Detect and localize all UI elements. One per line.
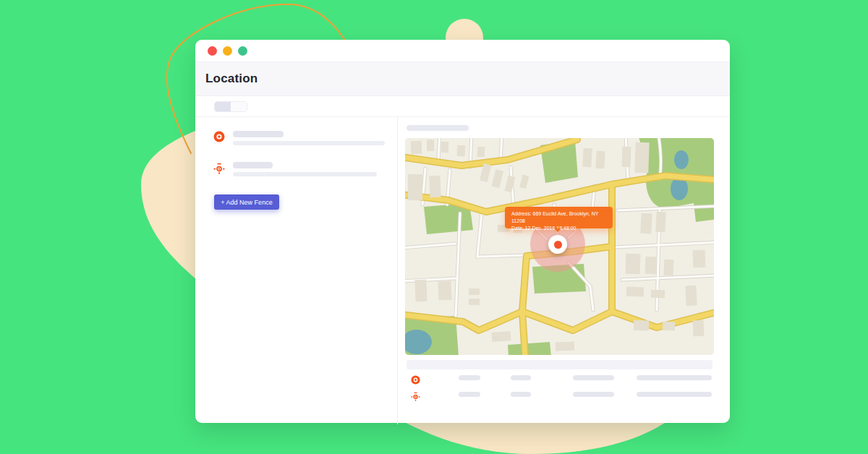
toggle-off-segment (231, 102, 247, 111)
location-marker-icon[interactable] (548, 235, 567, 254)
page-title: Location (205, 72, 258, 86)
view-toggle[interactable] (214, 101, 247, 112)
map-pin-icon (213, 131, 225, 142)
map-panel: Address: 669 Euclid Ave, Brooklyn, NY 11… (398, 117, 730, 424)
geofence-icon (411, 392, 420, 401)
page-background: Location (0, 0, 868, 454)
page-header: Location (195, 61, 730, 96)
placeholder-cell (573, 392, 614, 397)
placeholder-cell (637, 375, 712, 380)
location-tooltip: Address: 669 Euclid Ave, Brooklyn, NY 11… (505, 207, 613, 228)
app-window: Location (195, 40, 730, 423)
placeholder-label (233, 162, 273, 168)
placeholder-cell (511, 392, 531, 397)
placeholder-section-title (407, 125, 469, 131)
window-titlebar (195, 40, 730, 61)
tooltip-date: Date: 12 Dec. 2016 18:48:00 (511, 225, 613, 232)
geofence-icon (213, 163, 225, 174)
placeholder-cell (511, 375, 531, 380)
placeholder-line (233, 172, 377, 176)
close-button[interactable] (208, 46, 217, 56)
placeholder-cell (459, 392, 480, 397)
zoom-button[interactable] (238, 46, 247, 56)
map-pin-icon (411, 375, 420, 385)
placeholder-cell (459, 375, 480, 380)
marker-dot (554, 241, 562, 249)
table-header-placeholder (407, 360, 712, 369)
placeholder-cell (637, 392, 712, 397)
tooltip-address: Address: 669 Euclid Ave, Brooklyn, NY 11… (511, 210, 613, 225)
window-content: + Add New Fence (195, 117, 730, 424)
add-new-fence-button[interactable]: + Add New Fence (214, 194, 279, 210)
toggle-on-segment (215, 102, 231, 111)
placeholder-label (233, 131, 284, 137)
toolbar (195, 96, 730, 117)
fence-sidebar: + Add New Fence (195, 117, 398, 424)
map-canvas[interactable]: Address: 669 Euclid Ave, Brooklyn, NY 11… (405, 138, 714, 355)
placeholder-cell (573, 375, 614, 380)
placeholder-line (233, 141, 385, 145)
minimize-button[interactable] (223, 46, 232, 56)
